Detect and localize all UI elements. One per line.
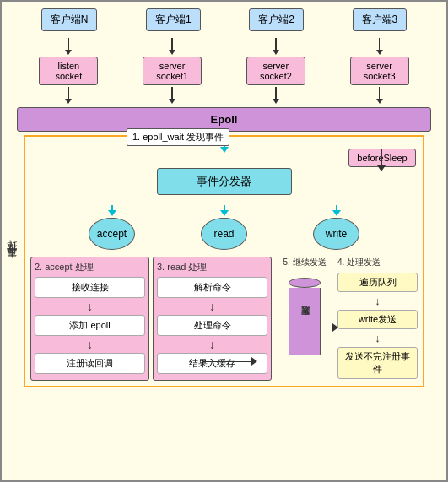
accept-column: 2. accept 处理 接收连接 ↓ 添加 epoll ↓ 注册读回调	[30, 257, 149, 381]
continue-send-header: 5. 继续发送	[283, 257, 326, 268]
accept-step-1: 接收连接	[35, 277, 145, 298]
accept-arrow-2: ↓	[35, 338, 145, 350]
continue-send-section: 5. 继续发送 写发送队列	[275, 257, 334, 355]
read-arrow-1: ↓	[157, 301, 267, 312]
main-container: 客户端N 客户端1 客户端2 客户端3 listensocket servers…	[0, 0, 448, 482]
read-step-2: 处理命令	[157, 315, 267, 336]
right-arrow-1: ↓	[337, 295, 418, 307]
client-1: 客户端1	[146, 8, 201, 31]
listen-socket: listensocket	[39, 57, 98, 85]
client-2: 客户端2	[249, 8, 304, 31]
epoll-wait-label: 1. epoll_wait 发现事件	[127, 128, 229, 146]
ovals-row: accept read write	[30, 218, 418, 250]
server-socket3: serversocket3	[350, 57, 409, 85]
result-to-queue-arrow	[251, 357, 257, 366]
read-arrow-2: ↓	[157, 338, 267, 350]
oval-write: write	[313, 218, 359, 250]
accept-header: 2. accept 处理	[35, 261, 145, 273]
result-to-queue-line	[202, 361, 253, 363]
clients-row: 客户端N 客户端1 客户端2 客户端3	[8, 8, 440, 31]
accept-step-2: 添加 epoll	[35, 315, 145, 336]
queue-to-right-arrow	[332, 323, 338, 332]
oval-accept: accept	[89, 218, 135, 250]
right-step-2: write发送	[337, 310, 418, 329]
client-3: 客户端3	[353, 8, 408, 31]
before-sleep-arrowhead	[377, 165, 386, 171]
oval-read: read	[201, 218, 247, 250]
right-step-1: 遍历队列	[337, 273, 418, 292]
socket-arrows	[8, 87, 440, 104]
right-step-3: 发送不完注册事件	[337, 347, 418, 379]
read-step-1: 解析命令	[157, 277, 267, 298]
server-socket2: serversocket2	[246, 57, 305, 85]
right-panel: 4. 处理发送 遍历队列 ↓ write发送 ↓ 发送不完注册事件	[337, 257, 418, 379]
before-sleep-box: beforeSleep	[348, 149, 416, 167]
right-panel-header: 4. 处理发送	[337, 257, 418, 268]
main-loop-label: 主事件循环	[5, 255, 19, 268]
accept-step-3: 注册读回调	[35, 353, 145, 374]
right-arrow-2: ↓	[337, 332, 418, 344]
dispatcher-box: 事件分发器	[157, 168, 292, 195]
read-header: 3. read 处理	[157, 261, 267, 273]
before-sleep-arrow	[381, 149, 383, 167]
sockets-row: listensocket serversocket1 serversocket2…	[8, 57, 440, 85]
client-n: 客户端N	[41, 8, 98, 31]
client-arrows	[8, 38, 440, 55]
server-socket1: serversocket1	[143, 57, 202, 85]
main-event-loop-area: 主事件循环 1. epoll_wait 发现事件 beforeSleep 事件分…	[24, 135, 424, 387]
accept-arrow-1: ↓	[35, 301, 145, 312]
